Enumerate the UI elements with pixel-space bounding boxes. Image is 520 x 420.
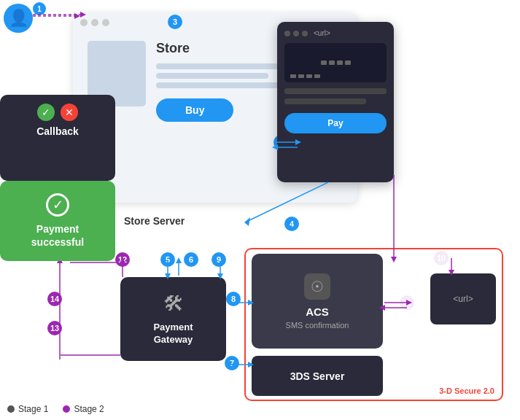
badge-13: 13 <box>47 321 62 335</box>
badge-6: 6 <box>184 252 198 267</box>
modal-dot-1 <box>284 31 290 36</box>
chip-part-1 <box>321 61 327 65</box>
stage-1-dot <box>7 405 15 413</box>
card-graphic <box>284 43 387 82</box>
stage-2-label: Stage 2 <box>74 404 104 414</box>
badge-1: 1 <box>33 2 46 15</box>
badge-9: 9 <box>212 252 226 267</box>
card-chip <box>321 61 351 65</box>
modal-dot-3 <box>302 31 308 36</box>
modal-titlebar: <url> <box>284 29 387 37</box>
callback-label: Callback <box>36 125 79 137</box>
pline-3 <box>156 82 287 88</box>
dot-2 <box>91 19 98 26</box>
success-check-icon: ✓ <box>46 193 69 217</box>
payment-gateway-box: 🛠 PaymentGateway <box>120 277 226 361</box>
acs-box: ☉ ACS SMS confirmation <box>252 254 383 349</box>
badge-8: 8 <box>226 292 241 306</box>
user-avatar: 👤 <box>4 4 33 33</box>
stage-2-item: Stage 2 <box>63 404 104 414</box>
url-box: <url> <box>430 273 496 324</box>
payment-success-label: Paymentsuccessful <box>31 222 84 249</box>
chip-part-3 <box>337 61 343 65</box>
chip-part-2 <box>329 61 335 65</box>
badge-7: 7 <box>225 356 239 370</box>
pline-2 <box>156 73 268 79</box>
gateway-label: PaymentGateway <box>153 322 193 346</box>
payment-modal: <url> Pay <box>277 22 394 182</box>
svg-marker-15 <box>176 257 182 263</box>
callback-box: ✓ ✕ Callback <box>0 95 115 181</box>
badge-5: 5 <box>160 252 175 267</box>
badge-14: 14 <box>47 292 62 306</box>
stage-1-item: Stage 1 <box>7 404 48 414</box>
svg-marker-9 <box>244 217 250 226</box>
field-line-1 <box>284 88 387 94</box>
modal-dot-2 <box>293 31 299 36</box>
tds-server-label: 3DS Server <box>290 370 345 382</box>
badge-4: 4 <box>284 217 299 231</box>
modal-url: <url> <box>314 29 330 37</box>
acs-title: ACS <box>306 306 329 318</box>
stage-2-dot <box>63 405 70 413</box>
tds-server-box: 3DS Server <box>252 356 383 396</box>
stage-1-label: Stage 1 <box>18 404 48 414</box>
store-server-label: Store Server <box>124 215 185 227</box>
buy-button[interactable]: Buy <box>156 98 233 122</box>
url-box-label: <url> <box>453 294 473 304</box>
badge-3: 3 <box>168 15 182 29</box>
dot-1 <box>80 19 88 26</box>
secure-label: 3-D Secure 2.0 <box>439 386 494 395</box>
cross-icon: ✕ <box>61 104 78 121</box>
check-icon: ✓ <box>37 104 55 121</box>
callback-icons: ✓ ✕ <box>37 104 78 121</box>
badge-12: 12 <box>115 252 130 267</box>
pay-button[interactable]: Pay <box>284 113 387 133</box>
acs-shield-icon: ☉ <box>304 273 330 300</box>
dot-3 <box>102 19 109 26</box>
stage-legend: Stage 1 Stage 2 <box>7 404 104 414</box>
gateway-server-icon: 🛠 <box>163 292 184 316</box>
acs-subtitle: SMS confirmation <box>286 321 349 330</box>
chip-part-4 <box>345 61 351 65</box>
payment-success-box: ✓ Paymentsuccessful <box>0 181 115 261</box>
field-line-2 <box>284 98 366 104</box>
